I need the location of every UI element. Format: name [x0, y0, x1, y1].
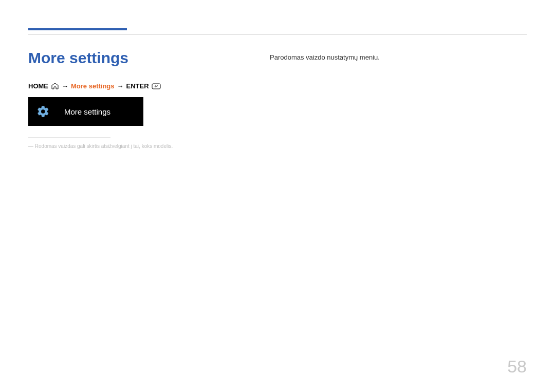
breadcrumb: HOME → More settings → ENTER: [28, 82, 193, 90]
breadcrumb-enter: ENTER: [126, 82, 149, 90]
more-settings-tile: More settings: [28, 97, 143, 126]
page-title: More settings: [28, 49, 193, 67]
content-columns: More settings HOME → More settings → ENT…: [28, 49, 527, 150]
body-text: Parodomas vaizdo nustatymų meniu.: [270, 52, 527, 63]
footnote-prefix: ―: [28, 143, 35, 149]
separator-line: [28, 137, 110, 138]
left-column: More settings HOME → More settings → ENT…: [28, 49, 193, 150]
home-icon: [51, 83, 59, 89]
enter-icon: [152, 83, 161, 89]
footnote-text: Rodomas vaizdas gali skirtis atsižvelgia…: [35, 143, 173, 149]
breadcrumb-active: More settings: [71, 82, 115, 90]
breadcrumb-arrow-1: →: [62, 82, 68, 90]
page-number: 58: [507, 357, 527, 377]
document-page: More settings HOME → More settings → ENT…: [0, 0, 555, 150]
header-rule: [28, 34, 527, 35]
breadcrumb-arrow-2: →: [117, 82, 124, 90]
footnote: ― Rodomas vaizdas gali skirtis atsižvelg…: [28, 143, 193, 150]
gear-icon: [36, 105, 50, 118]
tile-label: More settings: [64, 107, 110, 116]
right-column: Parodomas vaizdo nustatymų meniu.: [270, 49, 527, 150]
header-accent-bar: [28, 28, 127, 30]
breadcrumb-home: HOME: [28, 82, 48, 90]
